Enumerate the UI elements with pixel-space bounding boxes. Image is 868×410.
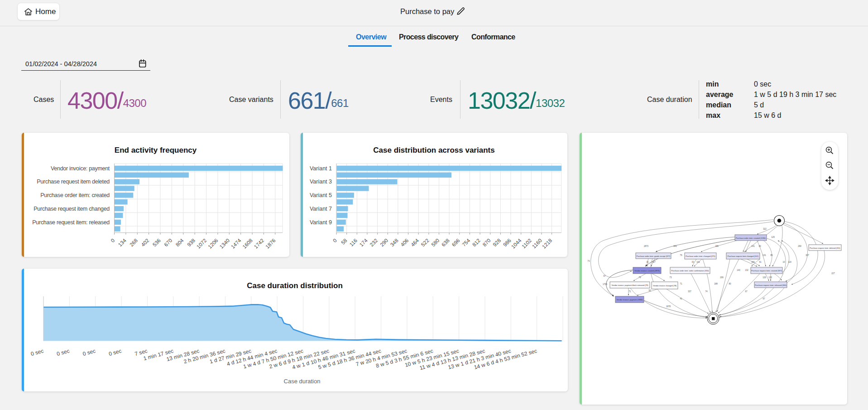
svg-text:Purchase request item: release: Purchase request item: released (365) <box>755 284 786 286</box>
svg-text:Vendor invoice changed (78): Vendor invoice changed (78) <box>653 285 677 287</box>
svg-text:101: 101 <box>696 261 700 263</box>
svg-text:804: 804 <box>175 237 185 247</box>
svg-text:33: 33 <box>691 261 694 263</box>
svg-text:1608: 1608 <box>241 237 254 250</box>
svg-text:Purchase request item deleted: Purchase request item deleted <box>37 178 110 185</box>
svg-text:Variant 7: Variant 7 <box>310 206 332 212</box>
svg-text:50: 50 <box>648 289 651 292</box>
svg-text:290: 290 <box>379 237 389 247</box>
svg-text:126: 126 <box>762 276 766 279</box>
svg-text:Purchase order item: created: Purchase order item: created <box>40 192 110 198</box>
svg-text:Purchase request item: release: Purchase request item: released <box>32 219 110 226</box>
svg-text:870: 870 <box>482 237 492 247</box>
svg-text:Purchase request item changed: Purchase request item changed <box>34 206 110 212</box>
svg-text:754: 754 <box>461 237 471 247</box>
svg-text:Purchase order item: created (: Purchase order item: created (1230) <box>736 237 766 239</box>
svg-text:186: 186 <box>715 245 719 247</box>
svg-text:322: 322 <box>763 228 767 230</box>
svg-text:Purchase request item: created: Purchase request item: created (337) <box>751 270 782 272</box>
svg-text:227: 227 <box>831 272 835 275</box>
svg-text:812: 812 <box>471 237 481 247</box>
svg-text:1706: 1706 <box>603 283 608 285</box>
svg-text:67: 67 <box>745 290 748 293</box>
svg-text:522: 522 <box>420 237 430 247</box>
svg-text:1206: 1206 <box>207 237 219 250</box>
svg-text:406: 406 <box>399 237 409 247</box>
svg-text:86: 86 <box>770 254 773 256</box>
svg-text:2873: 2873 <box>644 245 649 247</box>
svg-text:268: 268 <box>129 237 139 247</box>
svg-text:638: 638 <box>441 237 451 247</box>
svg-text:129: 129 <box>771 236 775 238</box>
svg-text:Vendor invoice: payment (1932): Vendor invoice: payment (1932) <box>617 299 643 301</box>
svg-text:Variant 9: Variant 9 <box>310 219 332 226</box>
svg-text:71: 71 <box>628 290 631 293</box>
svg-text:79: 79 <box>680 254 682 256</box>
svg-text:232: 232 <box>369 237 379 247</box>
svg-text:0: 0 <box>110 237 115 243</box>
svg-text:696: 696 <box>451 237 461 247</box>
svg-text:143: 143 <box>737 269 740 271</box>
svg-text:120: 120 <box>788 261 791 263</box>
svg-text:131: 131 <box>762 254 766 256</box>
svg-text:132: 132 <box>745 269 748 271</box>
svg-text:0 sec: 0 sec <box>108 347 122 357</box>
svg-text:1876: 1876 <box>264 237 277 250</box>
svg-text:1218: 1218 <box>541 237 553 250</box>
svg-text:31: 31 <box>646 261 649 263</box>
svg-text:116: 116 <box>349 237 358 247</box>
svg-text:71: 71 <box>680 283 682 285</box>
svg-text:133: 133 <box>768 276 772 279</box>
svg-text:Purchase order item: changed (: Purchase order item: changed (271) <box>686 255 715 257</box>
svg-text:670: 670 <box>163 237 173 247</box>
svg-text:1072: 1072 <box>196 237 208 250</box>
svg-text:337: 337 <box>688 290 691 293</box>
svg-text:0 sec: 0 sec <box>30 347 44 357</box>
svg-text:1742: 1742 <box>253 237 265 250</box>
svg-text:938: 938 <box>186 237 196 247</box>
svg-text:0 sec: 0 sec <box>82 347 96 357</box>
svg-text:Vendor invoice: payment block: Vendor invoice: payment block removed (7… <box>611 284 648 286</box>
svg-text:580: 580 <box>430 237 440 247</box>
svg-text:73: 73 <box>669 276 672 279</box>
svg-text:Purchase order item: order con: Purchase order item: order confirmation … <box>671 270 709 272</box>
svg-text:Case duration: Case duration <box>284 378 321 385</box>
svg-text:67: 67 <box>762 298 765 300</box>
svg-text:Variant 5: Variant 5 <box>310 192 332 198</box>
svg-text:928: 928 <box>492 237 502 247</box>
svg-text:464: 464 <box>410 237 420 247</box>
svg-text:327: 327 <box>652 261 656 263</box>
svg-text:Variant 3: Variant 3 <box>310 178 332 185</box>
svg-text:536: 536 <box>152 237 162 247</box>
svg-text:206: 206 <box>720 276 724 279</box>
svg-text:1340: 1340 <box>219 237 231 250</box>
svg-text:0 sec: 0 sec <box>56 347 70 357</box>
svg-text:Purchase request item: deleted: Purchase request item: deleted (201) <box>810 247 840 249</box>
svg-text:40: 40 <box>758 245 761 247</box>
svg-text:80: 80 <box>729 283 731 285</box>
svg-text:1160: 1160 <box>531 237 543 249</box>
svg-text:97: 97 <box>603 275 606 277</box>
svg-text:174: 174 <box>359 237 369 247</box>
svg-text:307: 307 <box>806 254 809 256</box>
svg-text:Purchase request item changed: Purchase request item changed (512) <box>728 255 759 257</box>
svg-text:79: 79 <box>638 276 641 279</box>
svg-text:91: 91 <box>759 261 762 263</box>
svg-text:0: 0 <box>332 237 338 243</box>
svg-text:343: 343 <box>673 245 677 247</box>
svg-text:290: 290 <box>798 245 801 247</box>
svg-text:182: 182 <box>751 261 755 263</box>
svg-text:141: 141 <box>751 245 755 247</box>
svg-text:1044: 1044 <box>510 237 523 250</box>
svg-text:74: 74 <box>705 290 708 293</box>
svg-text:Purchase order item: goods rec: Purchase order item: goods receipt (377) <box>637 255 671 257</box>
svg-text:1474: 1474 <box>230 237 242 250</box>
svg-text:73: 73 <box>587 260 590 262</box>
svg-text:1102: 1102 <box>521 237 532 249</box>
svg-text:1878: 1878 <box>666 305 671 308</box>
svg-text:402: 402 <box>140 237 150 247</box>
svg-text:10: 10 <box>782 261 785 263</box>
svg-text:188: 188 <box>714 283 718 285</box>
svg-text:348: 348 <box>389 237 399 247</box>
svg-text:41: 41 <box>680 298 682 300</box>
